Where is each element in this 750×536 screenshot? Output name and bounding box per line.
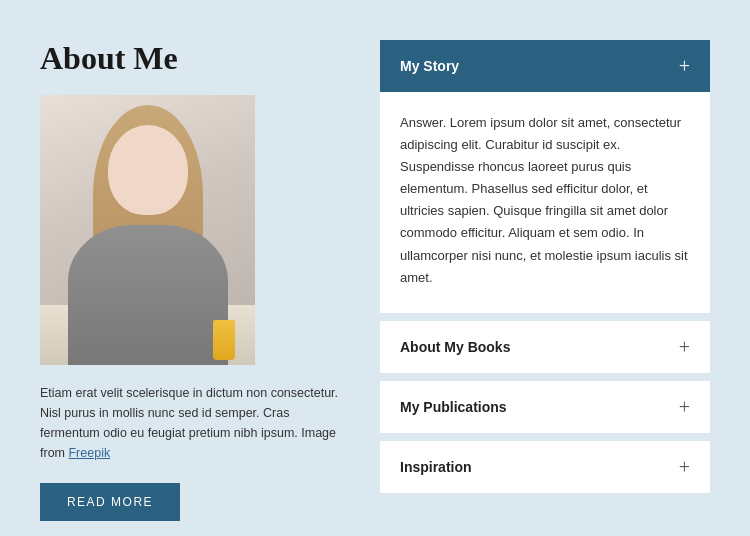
accordion-header-story[interactable]: My Story + xyxy=(380,40,710,92)
plus-icon-books: + xyxy=(679,337,690,357)
page-title: About Me xyxy=(40,40,340,77)
read-more-button[interactable]: READ MORE xyxy=(40,483,180,521)
accordion-item-books: About My Books + xyxy=(380,321,710,373)
plus-icon-story: + xyxy=(679,56,690,76)
plus-icon-publications: + xyxy=(679,397,690,417)
accordion-title-inspiration: Inspiration xyxy=(400,459,472,475)
page-wrapper: About Me Etiam erat velit scelerisque in… xyxy=(0,0,750,536)
accordion-item-publications: My Publications + xyxy=(380,381,710,433)
accordion-title-publications: My Publications xyxy=(400,399,507,415)
accordion-header-inspiration[interactable]: Inspiration + xyxy=(380,441,710,493)
accordion-header-publications[interactable]: My Publications + xyxy=(380,381,710,433)
plus-icon-inspiration: + xyxy=(679,457,690,477)
accordion-item-story: My Story + Answer. Lorem ipsum dolor sit… xyxy=(380,40,710,313)
bio-text: Etiam erat velit scelerisque in dictum n… xyxy=(40,383,340,463)
accordion-body-story: Answer. Lorem ipsum dolor sit amet, cons… xyxy=(380,92,710,313)
accordion-title-story: My Story xyxy=(400,58,459,74)
freepik-link[interactable]: Freepik xyxy=(68,446,110,460)
accordion-item-inspiration: Inspiration + xyxy=(380,441,710,493)
profile-image xyxy=(40,95,255,365)
accordion-title-books: About My Books xyxy=(400,339,510,355)
right-column: My Story + Answer. Lorem ipsum dolor sit… xyxy=(380,40,710,521)
accordion-header-books[interactable]: About My Books + xyxy=(380,321,710,373)
left-column: About Me Etiam erat velit scelerisque in… xyxy=(40,40,340,521)
